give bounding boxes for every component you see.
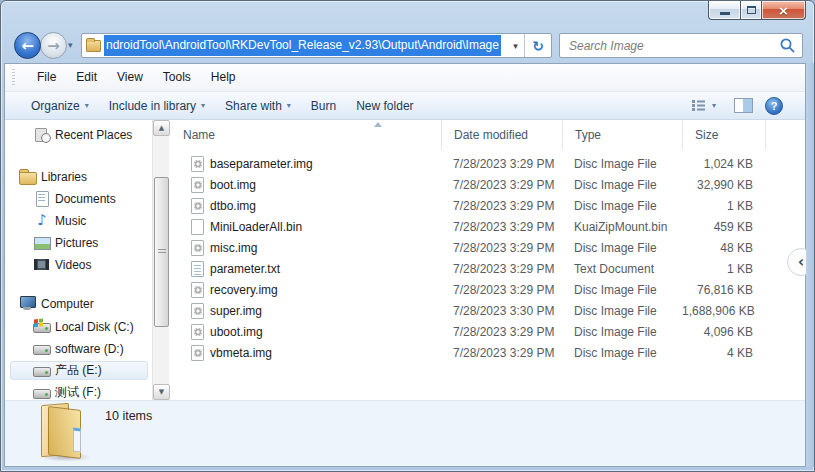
main-area: Recent Places Libraries Documents ♪Music… xyxy=(5,120,805,400)
sidebar-item-documents[interactable]: Documents xyxy=(10,189,148,208)
menu-edit[interactable]: Edit xyxy=(66,64,107,91)
sidebar-item-pictures[interactable]: Pictures xyxy=(10,233,148,252)
file-list: Name Date modified Type Size baseparamet… xyxy=(171,120,805,400)
change-view-button[interactable]: ▾ xyxy=(691,99,716,112)
disc-image-file-icon xyxy=(191,282,204,298)
column-header-type[interactable]: Type xyxy=(562,120,682,150)
computer-icon xyxy=(19,296,37,312)
drive-icon xyxy=(33,363,51,379)
sidebar-item-software-d[interactable]: software (D:) xyxy=(10,339,148,358)
back-button[interactable]: ← xyxy=(14,32,41,59)
share-with-button[interactable]: Share with ▾ xyxy=(215,93,301,119)
scroll-down-icon: ▼ xyxy=(159,388,164,396)
folder-icon xyxy=(33,402,93,464)
address-path[interactable]: ndroidTool\AndroidTool\RKDevTool_Release… xyxy=(104,35,501,56)
chevron-down-icon: ▾ xyxy=(201,93,205,119)
chevron-down-icon: ▾ xyxy=(85,93,89,119)
menu-bar: File Edit View Tools Help xyxy=(5,64,805,92)
recent-pages-dropdown[interactable]: ▾ xyxy=(68,40,73,50)
table-row[interactable]: boot.img 7/28/2023 3:29 PM Disc Image Fi… xyxy=(171,174,805,195)
table-row[interactable]: parameter.txt 7/28/2023 3:29 PM Text Doc… xyxy=(171,258,805,279)
menubar-grip[interactable] xyxy=(12,69,15,87)
maximize-button[interactable] xyxy=(740,1,761,20)
toolbar-right-group: ▾ ? xyxy=(691,97,805,115)
windows-flag-icon xyxy=(34,318,43,327)
client-area: File Edit View Tools Help Organize ▾ Inc… xyxy=(4,63,806,467)
menu-help[interactable]: Help xyxy=(201,64,246,91)
sidebar-item-local-disk-c[interactable]: Local Disk (C:) xyxy=(10,317,148,336)
table-row[interactable]: uboot.img 7/28/2023 3:29 PM Disc Image F… xyxy=(171,321,805,342)
documents-icon xyxy=(33,191,51,207)
file-rows: baseparameter.img 7/28/2023 3:29 PM Disc… xyxy=(171,153,805,363)
details-pane: 10 items xyxy=(5,400,805,466)
disc-image-file-icon xyxy=(191,177,204,193)
chevron-down-icon: ▾ xyxy=(68,40,73,50)
item-count: 10 items xyxy=(105,409,152,423)
column-header-name[interactable]: Name xyxy=(171,120,441,150)
drive-icon xyxy=(33,385,51,401)
menu-file[interactable]: File xyxy=(27,64,66,91)
sidebar-item-test-f[interactable]: 测试 (F:) xyxy=(10,383,148,400)
preview-pane-button[interactable] xyxy=(734,98,753,113)
disc-image-file-icon xyxy=(191,324,204,340)
minimize-button[interactable] xyxy=(708,1,740,20)
chevron-down-icon: ▾ xyxy=(287,93,291,119)
music-icon: ♪ xyxy=(33,213,51,229)
address-dropdown-button[interactable]: ▾ xyxy=(507,41,524,51)
minimize-icon xyxy=(720,12,730,15)
bin-file-icon xyxy=(191,219,204,235)
table-row[interactable]: MiniLoaderAll.bin 7/28/2023 3:29 PM Kuai… xyxy=(171,216,805,237)
close-button[interactable]: × xyxy=(761,1,806,20)
sidebar-item-music[interactable]: ♪Music xyxy=(10,211,148,230)
disc-image-file-icon xyxy=(191,156,204,172)
menu-view[interactable]: View xyxy=(107,64,153,91)
column-header-date-modified[interactable]: Date modified xyxy=(441,120,562,150)
scroll-up-button[interactable]: ▲ xyxy=(153,120,170,136)
table-row[interactable]: recovery.img 7/28/2023 3:29 PM Disc Imag… xyxy=(171,279,805,300)
table-row[interactable]: baseparameter.img 7/28/2023 3:29 PM Disc… xyxy=(171,153,805,174)
table-row[interactable]: dtbo.img 7/28/2023 3:29 PM Disc Image Fi… xyxy=(171,195,805,216)
sidebar-scrollbar[interactable]: ▲ ▼ xyxy=(152,120,169,400)
column-header-size[interactable]: Size xyxy=(682,120,765,150)
address-bar[interactable]: ndroidTool\AndroidTool\RKDevTool_Release… xyxy=(81,33,552,58)
sidebar-item-computer[interactable]: Computer xyxy=(10,294,148,313)
table-row[interactable]: misc.img 7/28/2023 3:29 PM Disc Image Fi… xyxy=(171,237,805,258)
scroll-down-button[interactable]: ▼ xyxy=(153,384,170,400)
drive-icon xyxy=(33,341,51,357)
scrollbar-thumb[interactable] xyxy=(154,177,169,327)
table-row[interactable]: super.img 7/28/2023 3:30 PM Disc Image F… xyxy=(171,300,805,321)
explorer-window: × ← → ▾ ndroidTool\AndroidTool\RKDevTool… xyxy=(0,0,815,472)
search-input[interactable] xyxy=(560,39,779,53)
libraries-icon xyxy=(19,169,37,185)
chevron-down-icon: ▾ xyxy=(712,101,716,110)
views-icon xyxy=(691,99,706,112)
menu-tools[interactable]: Tools xyxy=(153,64,201,91)
burn-button[interactable]: Burn xyxy=(301,93,346,119)
folder-icon xyxy=(86,40,101,52)
window-frame-right xyxy=(806,63,815,467)
sidebar-item-product-e[interactable]: 产品 (E:) xyxy=(10,361,148,380)
disc-image-file-icon xyxy=(191,198,204,214)
command-toolbar: Organize ▾ Include in library ▾ Share wi… xyxy=(5,92,805,120)
help-icon: ? xyxy=(771,100,778,112)
forward-icon: → xyxy=(47,37,60,55)
recent-places-icon xyxy=(33,127,51,143)
table-row[interactable]: vbmeta.img 7/28/2023 3:29 PM Disc Image … xyxy=(171,342,805,363)
new-folder-button[interactable]: New folder xyxy=(346,93,423,119)
search-box[interactable] xyxy=(559,33,803,58)
sidebar-item-videos[interactable]: Videos xyxy=(10,255,148,274)
sort-ascending-icon xyxy=(374,122,382,127)
refresh-button[interactable]: ↻ xyxy=(524,34,551,57)
sidebar-item-recent-places[interactable]: Recent Places xyxy=(10,125,148,144)
organize-button[interactable]: Organize ▾ xyxy=(21,93,99,119)
maximize-icon xyxy=(747,6,756,14)
help-button[interactable]: ? xyxy=(765,97,783,115)
disc-image-file-icon xyxy=(191,240,204,256)
include-in-library-button[interactable]: Include in library ▾ xyxy=(99,93,215,119)
scroll-up-icon: ▲ xyxy=(159,124,164,132)
videos-icon xyxy=(33,257,51,273)
sidebar-item-libraries[interactable]: Libraries xyxy=(10,167,148,186)
forward-button[interactable]: → xyxy=(40,32,67,59)
close-icon: × xyxy=(778,3,789,18)
disc-image-file-icon xyxy=(191,303,204,319)
